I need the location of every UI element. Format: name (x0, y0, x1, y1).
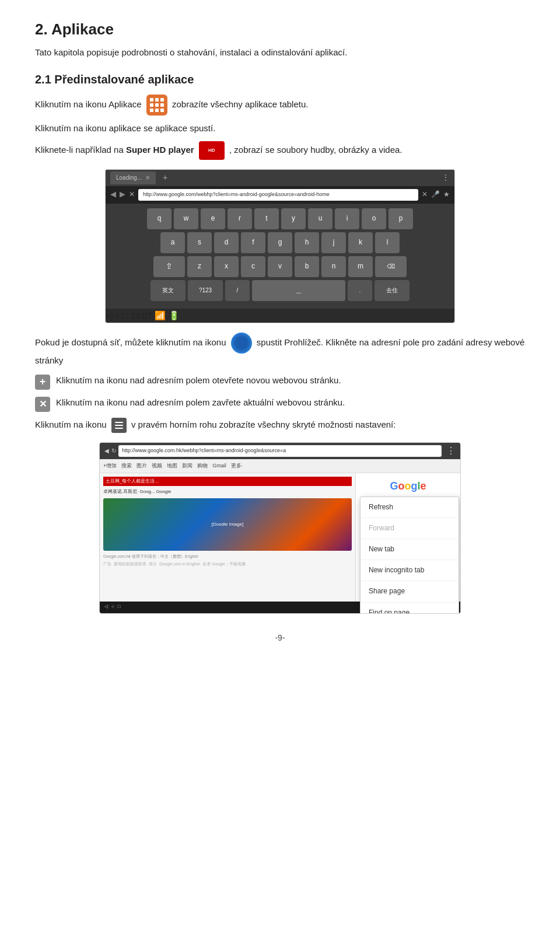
key-r[interactable]: r (228, 208, 252, 229)
bm-news: 新闻 (182, 461, 192, 470)
close-icon-line: ✕ Kliknutím na ikonu nad adresním polem … (35, 396, 525, 412)
sc2-site-links: 广告新闻杭权政策联系简介Google.com in English名者 Goog… (103, 561, 352, 567)
key-v[interactable]: v (268, 256, 292, 277)
bm-shop: 购物 (197, 461, 208, 470)
key-i[interactable]: i (335, 208, 359, 229)
bm-images: 图片 (136, 461, 147, 470)
key-j[interactable]: j (321, 232, 346, 253)
keyboard-screenshot: Loading... ✕ + ⋮ ◀ ▶ ✕ http://www.google… (105, 169, 455, 323)
para4: Pokud je dostupná síť, můžete kliknutím … (35, 333, 525, 368)
key-lang[interactable]: 英文 (150, 280, 186, 301)
menu-item-forward[interactable]: Forward (360, 518, 459, 539)
page-footer: -9- (35, 631, 525, 644)
key-shift[interactable]: ⇧ (153, 256, 185, 277)
status-wifi: 📶 (155, 310, 166, 320)
key-e[interactable]: e (201, 208, 225, 229)
key-x[interactable]: x (214, 256, 239, 277)
key-space[interactable]: ＿ (252, 280, 345, 301)
key-k[interactable]: k (348, 232, 373, 253)
plus-icon: + (35, 375, 50, 390)
key-num[interactable]: ?123 (188, 280, 223, 301)
apps-icon (146, 95, 167, 116)
key-w[interactable]: w (174, 208, 198, 229)
key-m[interactable]: m (348, 256, 373, 277)
bm-maps: 地图 (167, 461, 177, 470)
menu-item-share-page[interactable]: Share page (360, 581, 459, 602)
key-h[interactable]: h (295, 232, 319, 253)
chapter-title: 2. Aplikace (35, 18, 525, 42)
key-a[interactable]: a (160, 232, 185, 253)
menu-item-refresh[interactable]: Refresh (360, 497, 459, 518)
key-n[interactable]: n (321, 256, 346, 277)
status-recents: □ (123, 310, 128, 320)
sc2-back-btn: ◁ (104, 603, 108, 611)
key-slash[interactable]: / (225, 280, 250, 301)
forward-icon: ▶ (120, 188, 125, 201)
stop-icon: ✕ (129, 189, 135, 200)
new-tab-icon: + (163, 171, 167, 184)
plus-icon-text: Kliknutím na ikonu nad adresním polem ot… (56, 373, 341, 387)
bookmark-icon: ★ (443, 189, 450, 200)
key-t[interactable]: t (254, 208, 279, 229)
section-title: 2.1 Předinstalované aplikace (35, 70, 525, 89)
sc2-url[interactable]: http://www.google.com.hk/webhp?client=ms… (118, 445, 442, 457)
kb-row-2: a s d f g h j k l (109, 232, 451, 253)
browser-tab: Loading... ✕ (110, 172, 156, 184)
more-icon: ⋮ (442, 171, 450, 184)
sc2-home-btn: ○ (111, 603, 114, 611)
page-number: -9- (275, 633, 285, 642)
menu-item-new-tab[interactable]: New tab (360, 539, 459, 560)
browser-addressbar: ◀ ▶ ✕ http://www.google.com/webhp?client… (106, 186, 454, 204)
menu-para: Kliknutím na ikonu v pravém horním rohu … (35, 418, 525, 433)
plus-icon-line: + Kliknutím na ikonu nad adresním polem … (35, 373, 525, 390)
key-z[interactable]: z (187, 256, 212, 277)
key-goto[interactable]: 去住 (374, 280, 410, 301)
key-u[interactable]: u (308, 208, 332, 229)
sc2-google-logo: Google (360, 478, 456, 495)
key-c[interactable]: c (241, 256, 265, 277)
key-o[interactable]: o (362, 208, 386, 229)
menu-suffix: v pravém horním rohu zobrazíte všechny s… (131, 419, 396, 429)
para2: Kliknutím na ikonu aplikace se aplikace … (35, 121, 525, 135)
key-period[interactable]: . (348, 280, 372, 301)
key-f[interactable]: f (241, 232, 265, 253)
status-time: 11:07 (131, 310, 153, 320)
keyboard: q w e r t y u i o p a s d f g h j k l ⇧ … (106, 204, 454, 309)
sc2-topbar: ◀ ↻ http://www.google.com.hk/webhp?clien… (100, 443, 460, 459)
key-d[interactable]: d (214, 232, 239, 253)
key-y[interactable]: y (281, 208, 306, 229)
url-field[interactable]: http://www.google.com/webhp?client=ms-an… (138, 189, 418, 201)
browser-globe-icon (231, 333, 252, 354)
browser-menu-screenshot: ◀ ↻ http://www.google.com.hk/webhp?clien… (99, 442, 461, 614)
menu-item-new-incognito-tab[interactable]: New incognito tab (360, 560, 459, 581)
key-l[interactable]: l (375, 232, 400, 253)
mic-icon: 🎤 (431, 189, 440, 200)
key-del[interactable]: ⌫ (375, 256, 407, 277)
key-p[interactable]: p (388, 208, 413, 229)
para1: Kliknutím na ikonu Aplikace zobrazíte vš… (35, 95, 525, 116)
sc2-site-nav: 卓网基诺,耳斯尼·Goog...Google (103, 488, 352, 496)
sc2-site-footer: Google.com.hk 使用下列语言：中文（繁體）English (103, 553, 352, 560)
status-back: ◁ (106, 310, 113, 320)
sc2-recents-btn: □ (118, 603, 121, 611)
sc2-refresh: ↻ (111, 446, 116, 456)
x-icon: ✕ (35, 397, 50, 412)
menu-prefix: Kliknutím na ikonu (35, 419, 107, 429)
sc2-more[interactable]: ⋮ (446, 443, 456, 459)
browser-dropdown-menu: Refresh Forward New tab New incognito ta… (360, 497, 459, 614)
bm-more: 更多· (231, 461, 243, 470)
tab-close-icon: ✕ (145, 173, 150, 183)
para3: Kliknete-li například na Super HD player… (35, 141, 525, 160)
key-b[interactable]: b (295, 256, 319, 277)
key-s[interactable]: s (187, 232, 212, 253)
key-q[interactable]: q (147, 208, 172, 229)
para3-prefix: Kliknete-li například na Super HD player (35, 145, 197, 155)
key-g[interactable]: g (268, 232, 292, 253)
status-battery: 🔋 (169, 310, 180, 320)
close-icon-text: Kliknutím na ikonu nad adresním polem za… (56, 396, 345, 410)
menu-dots-icon (111, 418, 127, 433)
menu-item-find-on-page[interactable]: Find on page (360, 603, 459, 614)
kb-row-4: 英文 ?123 / ＿ . 去住 (109, 280, 451, 301)
browser-titlebar: Loading... ✕ + ⋮ (106, 170, 454, 186)
chapter-desc: Tato kapitola popisuje podrobnosti o sta… (35, 46, 525, 60)
